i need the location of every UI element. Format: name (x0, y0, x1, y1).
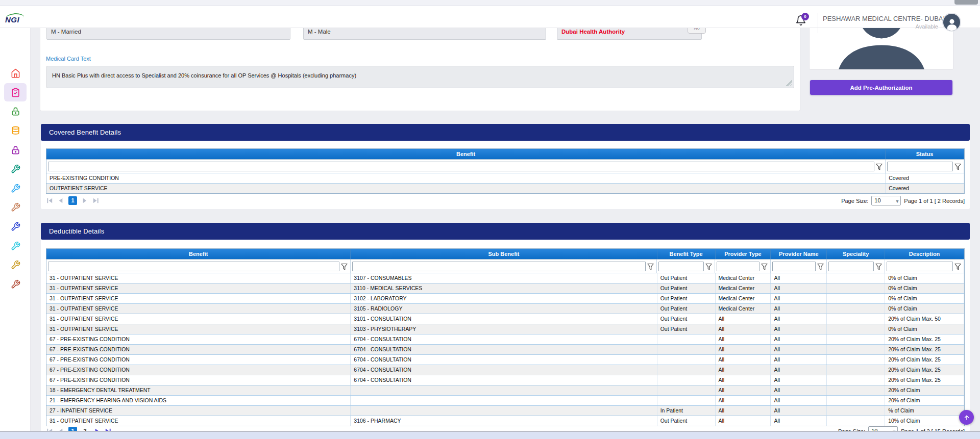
tools-teal-icon (11, 164, 20, 174)
table-cell: 6704 - CONSULTATION (351, 334, 657, 344)
tools-brown-icon (11, 202, 20, 212)
filter-funnel-icon[interactable] (760, 263, 769, 270)
medical-card-textarea[interactable]: HN Basic Plus with direct access to Spec… (46, 66, 794, 88)
table-cell: 3106 - PHARMACY (351, 416, 657, 426)
page-size-label: Page Size: (841, 198, 868, 204)
tools-blue-icon (11, 184, 20, 193)
filter-funnel-icon[interactable] (646, 263, 655, 270)
table-row[interactable]: 67 - PRE-EXISTING CONDITION6704 - CONSUL… (46, 334, 964, 344)
sidebar-item-tools-gold[interactable] (4, 255, 27, 274)
sidebar-item-tools-brick[interactable] (4, 275, 27, 293)
table-cell: 3105 - RADIOLOGY (351, 304, 657, 314)
table-row[interactable]: 31 - OUTPATIENT SERVICE3102 - LABORATORY… (46, 293, 964, 303)
user-info[interactable]: PESHAWAR MEDICAL CENTRE- DUBAI Available (823, 15, 938, 30)
filter-input[interactable] (352, 262, 646, 271)
filter-funnel-icon[interactable] (874, 263, 883, 270)
tools-navy-icon (11, 222, 20, 231)
table-row[interactable]: 67 - PRE-EXISTING CONDITION6704 - CONSUL… (46, 344, 964, 354)
tools-gold-icon (11, 260, 20, 270)
table-row[interactable]: 31 - OUTPATIENT SERVICE3107 - CONSUMABLE… (46, 273, 964, 283)
table-row[interactable]: 31 - OUTPATIENT SERVICE3101 - CONSULTATI… (46, 314, 964, 324)
sidebar-item-tools-cyan[interactable] (4, 237, 27, 255)
table-cell: 20% of Claim Max. 25 (885, 345, 964, 354)
table-row[interactable]: 31 - OUTPATIENT SERVICE3105 - RADIOLOGYO… (46, 303, 964, 314)
pager-last-button[interactable] (92, 197, 100, 204)
notification-badge: 0 (801, 13, 809, 20)
table-cell (827, 345, 885, 354)
table-row[interactable]: 18 - EMERGENCY DENTAL TREATMENTAllAll20%… (46, 385, 964, 395)
table-cell: 20% of Claim (885, 385, 964, 395)
filter-input[interactable] (887, 162, 953, 171)
table-row[interactable]: 31 - OUTPATIENT SERVICE3110 - MEDICAL SE… (46, 283, 964, 293)
column-header[interactable]: Benefit (46, 249, 351, 259)
pager-prev-button[interactable] (57, 197, 65, 204)
table-row[interactable]: 67 - PRE-EXISTING CONDITION6704 - CONSUL… (46, 375, 964, 385)
table-cell: 0% of Claim (885, 304, 964, 314)
filter-funnel-icon[interactable] (874, 163, 884, 170)
column-header[interactable]: Description (885, 249, 964, 259)
top-scrollbar-thumb[interactable] (954, 0, 978, 5)
sidebar-item-lock-purple[interactable] (4, 141, 27, 159)
filter-funnel-icon[interactable] (704, 263, 713, 270)
table-cell: 20% of Claim Max. 25 (885, 365, 964, 375)
table-cell: Out Patient (657, 283, 716, 293)
table-row[interactable]: 21 - EMERGENCY HEARING AND VISION AIDSAl… (46, 395, 964, 405)
filter-funnel-icon[interactable] (339, 263, 349, 270)
table-cell (351, 406, 657, 416)
sidebar-item-database[interactable] (4, 121, 27, 140)
column-header[interactable]: Provider Type (716, 249, 771, 259)
column-header[interactable]: Speciality (827, 249, 885, 259)
notifications-bell[interactable]: 0 (795, 15, 811, 29)
table-cell: 67 - PRE-EXISTING CONDITION (46, 334, 351, 344)
table-row[interactable]: 31 - OUTPATIENT SERVICE3103 - PHYSIOTHER… (46, 324, 964, 334)
pager-next-button[interactable] (81, 197, 88, 204)
filter-input[interactable] (717, 262, 760, 271)
sidebar-item-tools-brown[interactable] (4, 198, 27, 216)
scroll-to-top-button[interactable] (959, 410, 974, 425)
table-cell (827, 396, 885, 405)
table-row[interactable]: 27 - INPATIENT SERVICEIn PatientAllAll% … (46, 405, 964, 416)
table-row[interactable]: PRE-EXISTING CONDITIONCovered (46, 173, 964, 183)
filter-input[interactable] (887, 262, 953, 271)
pager-first-button[interactable] (46, 197, 54, 204)
sidebar-item-tools-blue[interactable] (4, 179, 27, 197)
table-cell (827, 294, 885, 303)
column-header[interactable]: Sub Benefit (351, 249, 657, 259)
filter-funnel-icon[interactable] (953, 263, 962, 270)
ngi-logo[interactable]: NGI (5, 15, 30, 29)
sidebar-item-tasks[interactable] (4, 83, 27, 101)
table-row[interactable]: 67 - PRE-EXISTING CONDITION6704 - CONSUL… (46, 365, 964, 375)
column-header[interactable]: Provider Name (771, 249, 827, 259)
filter-input[interactable] (48, 162, 874, 171)
table-header-row: BenefitStatus (46, 149, 964, 159)
filter-funnel-icon[interactable] (816, 263, 825, 270)
sidebar-item-tools-navy[interactable] (4, 217, 27, 236)
table-cell (657, 375, 716, 385)
table-cell (827, 304, 885, 314)
sidebar-item-tools-teal[interactable] (4, 160, 27, 178)
table-row[interactable]: OUTPATIENT SERVICECovered (46, 183, 964, 193)
page-size-select[interactable]: 10▼ (871, 196, 901, 205)
table-cell (657, 385, 716, 395)
table-row[interactable]: 31 - OUTPATIENT SERVICE3106 - PHARMACYOu… (46, 416, 964, 426)
table-cell (827, 375, 885, 385)
table-cell: 6704 - CONSULTATION (351, 355, 657, 365)
add-pre-authorization-button[interactable]: Add Pre-Authorization (810, 80, 952, 95)
filter-input[interactable] (828, 262, 874, 271)
column-header[interactable]: Status (886, 149, 964, 159)
column-header[interactable]: Benefit (46, 149, 886, 159)
filter-input[interactable] (658, 262, 704, 271)
sidebar-item-lock-green[interactable] (4, 102, 27, 120)
table-cell: All (771, 375, 827, 385)
table-cell: 6704 - CONSULTATION (351, 375, 657, 385)
filter-funnel-icon[interactable] (953, 163, 962, 170)
resize-grip-icon[interactable] (786, 80, 792, 86)
filter-input[interactable] (772, 262, 816, 271)
sidebar-item-home[interactable] (4, 64, 27, 82)
column-header[interactable]: Benefit Type (657, 249, 716, 259)
user-avatar[interactable] (942, 13, 961, 32)
table-row[interactable]: 67 - PRE-EXISTING CONDITION6704 - CONSUL… (46, 354, 964, 365)
filter-input[interactable] (48, 262, 339, 271)
pager-page-1[interactable]: 1 (68, 196, 77, 205)
table-cell (827, 385, 885, 395)
